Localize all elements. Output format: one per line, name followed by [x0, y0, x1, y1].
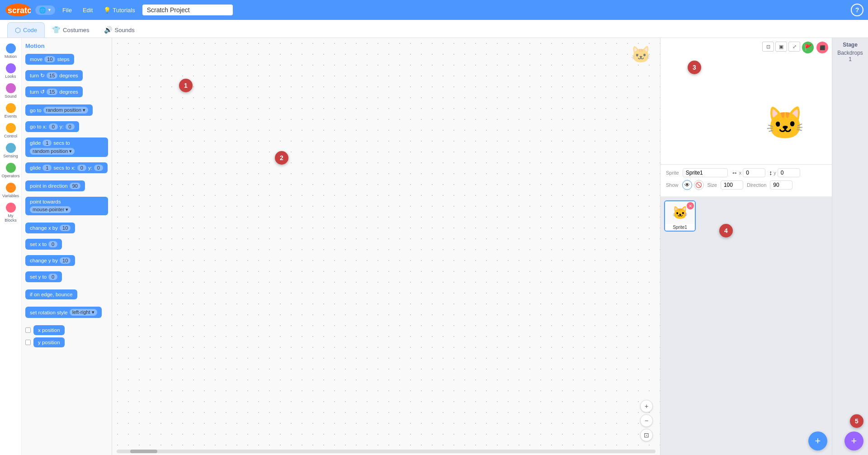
stop-button[interactable]: ⬛ — [816, 42, 828, 53]
block-change-x[interactable]: change x by 10 — [25, 223, 75, 233]
green-flag-button[interactable]: 🚩 — [802, 42, 814, 53]
tab-costumes[interactable]: 👕 Costumes — [45, 22, 97, 38]
globe-button[interactable]: 🌐 ▼ — [35, 5, 55, 15]
zoom-in-button[interactable]: + — [640, 400, 653, 412]
globe-icon: 🌐 — [39, 7, 46, 14]
category-looks[interactable]: Looks — [1, 62, 21, 81]
direction-input[interactable] — [770, 180, 793, 190]
y-coord-group: ↕ y — [769, 168, 800, 177]
block-ypos[interactable]: y position — [33, 337, 65, 347]
code-icon: ⬡ — [15, 26, 21, 34]
block-rotation[interactable]: set rotation style left-right ▾ — [25, 307, 102, 318]
x-coord-group: ↔ x — [731, 168, 766, 177]
scrollbar-thumb — [130, 450, 157, 453]
block-turn-ccw[interactable]: turn ↺ 15 degrees — [25, 86, 83, 97]
category-sensing-label: Sensing — [3, 154, 18, 158]
stage-preview: 🚩 ⬛ ⊡ ▣ ⤢ 🐱 3 — [660, 38, 832, 165]
sprite-label: Sprite — [666, 170, 679, 175]
category-my-blocks-label: My Blocks — [2, 213, 20, 223]
size-input[interactable] — [721, 180, 743, 190]
sprite-thumbnail-cat: 🐱 — [672, 205, 688, 220]
y-arrow-icon: ↕ — [769, 169, 772, 176]
layout-small-button[interactable]: ⊡ — [762, 42, 774, 52]
category-my-blocks[interactable]: My Blocks — [1, 201, 21, 224]
layout-buttons: ⊡ ▣ ⤢ — [762, 42, 800, 52]
show-hidden-button[interactable]: 🚫 — [694, 180, 704, 190]
sprite-card-name: Sprite1 — [665, 224, 695, 231]
events-dot — [6, 103, 16, 113]
size-label: Size — [708, 182, 717, 188]
category-operators[interactable]: Operators — [1, 161, 21, 180]
tab-code[interactable]: ⬡ Code — [7, 22, 45, 38]
sounds-icon: 🔊 — [104, 26, 113, 34]
xpos-checkbox[interactable] — [25, 327, 31, 333]
block-turn-cw[interactable]: turn ↻ 15 degrees — [25, 70, 83, 81]
edit-menu[interactable]: Edit — [79, 5, 96, 15]
add-sprite-button[interactable]: + — [808, 431, 827, 450]
block-bounce[interactable]: if on edge, bounce — [25, 289, 77, 299]
tutorials-button[interactable]: 💡 Tutorials — [100, 5, 138, 15]
category-sound[interactable]: Sound — [1, 81, 21, 100]
block-glide-to[interactable]: glide 1 secs to random position ▾ — [25, 137, 108, 157]
layout-fullscreen-button[interactable]: ⤢ — [788, 42, 800, 52]
block-set-y[interactable]: set y to 0 — [25, 271, 62, 282]
show-visible-button[interactable]: 👁 — [682, 180, 692, 190]
x-arrow-icon: ↔ — [731, 169, 738, 176]
x-input[interactable] — [743, 168, 765, 177]
sprite-name-input[interactable] — [683, 168, 728, 177]
horizontal-scrollbar[interactable] — [117, 450, 656, 453]
category-sensing[interactable]: Sensing — [1, 141, 21, 160]
zoom-fit-button[interactable]: ⊡ — [640, 429, 653, 441]
script-canvas: 🐱 — [112, 38, 660, 455]
category-events[interactable]: Events — [1, 101, 21, 120]
sensing-dot — [6, 143, 16, 153]
block-glide-xy[interactable]: glide 1 secs to x: 0 y: 0 — [25, 162, 108, 173]
category-control[interactable]: Control — [1, 121, 21, 140]
project-name-input[interactable] — [142, 5, 233, 15]
badge-5: 5 — [850, 414, 863, 428]
sprite-info-bottom-row: Show 👁 🚫 Size Direction — [666, 180, 826, 190]
tab-sounds-label: Sounds — [115, 27, 135, 33]
y-input[interactable] — [778, 168, 800, 177]
badge-4: 4 — [719, 224, 733, 237]
sprite-info-top-row: Sprite ↔ x ↕ y — [666, 168, 826, 177]
zoom-out-button[interactable]: − — [640, 414, 653, 427]
script-area[interactable]: 🐱 1 2 + − ⊡ — [112, 38, 660, 455]
show-icons-group: 👁 🚫 — [682, 180, 704, 190]
y-label: y — [774, 170, 776, 175]
sprite-card-sprite1[interactable]: ✕ 🐱 Sprite1 — [664, 200, 696, 232]
badge-3: 3 — [688, 61, 701, 74]
block-change-y[interactable]: change y by 10 — [25, 255, 75, 266]
cat-thumbnail: 🐱 — [631, 45, 651, 64]
help-button[interactable]: ? — [851, 4, 863, 16]
block-point-towards[interactable]: point towards mouse-pointer ▾ — [25, 197, 108, 215]
lightbulb-icon: 💡 — [104, 7, 111, 14]
block-set-x[interactable]: set x to 0 — [25, 239, 62, 250]
block-go-to[interactable]: go to random position ▾ — [25, 104, 93, 116]
stage-sidebar: Stage Backdrops 1 5 + — [832, 38, 868, 455]
layout-medium-button[interactable]: ▣ — [775, 42, 787, 52]
block-point-direction[interactable]: point in direction 90 — [25, 180, 85, 191]
add-backdrop-button[interactable]: + — [844, 431, 863, 450]
operators-dot — [6, 163, 16, 173]
tab-costumes-label: Costumes — [63, 27, 90, 33]
blocks-section-title: Motion — [25, 42, 108, 50]
block-xpos[interactable]: x position — [33, 325, 65, 335]
badge-2: 2 — [275, 151, 288, 165]
scratch-logo[interactable]: scratch — [5, 2, 32, 18]
ypos-checkbox[interactable] — [25, 340, 31, 345]
tab-sounds[interactable]: 🔊 Sounds — [97, 22, 142, 38]
block-go-to-xy[interactable]: go to x: 0 y: 0 — [25, 121, 79, 132]
badge-1: 1 — [179, 79, 193, 92]
block-move[interactable]: move 10 steps — [25, 54, 74, 65]
category-motion[interactable]: Motion — [1, 42, 21, 61]
category-control-label: Control — [4, 134, 17, 138]
file-menu[interactable]: File — [59, 5, 75, 15]
stage-run-controls: 🚩 ⬛ — [802, 42, 828, 53]
sprite-delete-button[interactable]: ✕ — [687, 202, 694, 209]
sound-dot — [6, 83, 16, 93]
main-layout: Motion Looks Sound Events Control Sensin… — [0, 38, 868, 455]
topbar: scratch 🌐 ▼ File Edit 💡 Tutorials ? — [0, 0, 868, 20]
direction-label: Direction — [747, 182, 766, 188]
category-variables[interactable]: Variables — [1, 181, 21, 200]
